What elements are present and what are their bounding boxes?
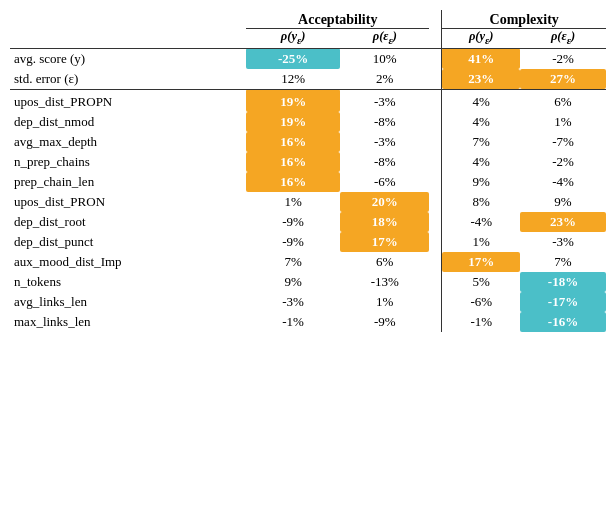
table-cell: -16% (520, 312, 606, 332)
table-row: prep_chain_len16%-6%9%-4% (10, 172, 606, 192)
row-label: avg_links_len (10, 292, 246, 312)
row-label: prep_chain_len (10, 172, 246, 192)
header-spacer (429, 10, 442, 29)
table-cell: 10% (340, 48, 429, 69)
row-label: dep_dist_punct (10, 232, 246, 252)
table-cell: -1% (442, 312, 520, 332)
table-cell: 23% (520, 212, 606, 232)
table-row: dep_dist_punct-9%17%1%-3% (10, 232, 606, 252)
table-cell: 9% (442, 172, 520, 192)
empty-subheader (10, 29, 246, 49)
table-cell: -2% (520, 152, 606, 172)
table-cell: -13% (340, 272, 429, 292)
spacer-cell (429, 172, 442, 192)
main-container: Acceptability Complexity ρ(yε) ρ(εε) ρ(y… (10, 10, 606, 332)
table-cell: 16% (246, 132, 340, 152)
spacer-cell (429, 232, 442, 252)
table-cell: 7% (246, 252, 340, 272)
row-label: upos_dist_PRON (10, 192, 246, 212)
row-label: avg_max_depth (10, 132, 246, 152)
spacer-cell (429, 69, 442, 90)
table-cell: -9% (246, 212, 340, 232)
row-label: n_prep_chains (10, 152, 246, 172)
table-cell: 1% (442, 232, 520, 252)
table-cell: 19% (246, 112, 340, 132)
table-cell: 5% (442, 272, 520, 292)
cmp-ee-subheader: ρ(εε) (520, 29, 606, 49)
table-row: dep_dist_nmod19%-8%4%1% (10, 112, 606, 132)
table-row: aux_mood_dist_Imp7%6%17%7% (10, 252, 606, 272)
table-cell: -1% (246, 312, 340, 332)
row-label: aux_mood_dist_Imp (10, 252, 246, 272)
table-cell: -2% (520, 48, 606, 69)
table-row: avg_links_len-3%1%-6%-17% (10, 292, 606, 312)
table-row: max_links_len-1%-9%-1%-16% (10, 312, 606, 332)
spacer-cell (429, 48, 442, 69)
table-cell: 1% (340, 292, 429, 312)
table-cell: -3% (340, 89, 429, 112)
table-cell: -9% (246, 232, 340, 252)
table-cell: -8% (340, 152, 429, 172)
empty-header (10, 10, 246, 29)
table-cell: -6% (442, 292, 520, 312)
table-cell: -6% (340, 172, 429, 192)
table-cell: 12% (246, 69, 340, 90)
spacer-cell (429, 212, 442, 232)
table-cell: 9% (246, 272, 340, 292)
table-row: dep_dist_root-9%18%-4%23% (10, 212, 606, 232)
table-cell: -7% (520, 132, 606, 152)
table-row: avg. score (y)-25%10%41%-2% (10, 48, 606, 69)
table-cell: 20% (340, 192, 429, 212)
table-cell: 16% (246, 152, 340, 172)
table-cell: -4% (442, 212, 520, 232)
spacer-cell (429, 192, 442, 212)
table-cell: -9% (340, 312, 429, 332)
row-label: n_tokens (10, 272, 246, 292)
table-row: std. error (ε)12%2%23%27% (10, 69, 606, 90)
spacer-cell (429, 312, 442, 332)
header-row-1: Acceptability Complexity (10, 10, 606, 29)
table-cell: 17% (340, 232, 429, 252)
table-cell: 41% (442, 48, 520, 69)
table-cell: 19% (246, 89, 340, 112)
acc-ee-subheader: ρ(εε) (340, 29, 429, 49)
table-cell: 9% (520, 192, 606, 212)
correlation-table: Acceptability Complexity ρ(yε) ρ(εε) ρ(y… (10, 10, 606, 332)
acceptability-header: Acceptability (246, 10, 429, 29)
table-row: upos_dist_PRON1%20%8%9% (10, 192, 606, 212)
row-label: max_links_len (10, 312, 246, 332)
table-cell: 17% (442, 252, 520, 272)
table-cell: -3% (246, 292, 340, 312)
table-cell: 7% (520, 252, 606, 272)
table-cell: 1% (520, 112, 606, 132)
table-cell: 18% (340, 212, 429, 232)
spacer-cell (429, 112, 442, 132)
table-cell: -4% (520, 172, 606, 192)
table-cell: -8% (340, 112, 429, 132)
table-cell: 4% (442, 89, 520, 112)
table-cell: 4% (442, 112, 520, 132)
spacer-cell (429, 132, 442, 152)
header-row-2: ρ(yε) ρ(εε) ρ(yε) ρ(εε) (10, 29, 606, 49)
table-cell: -17% (520, 292, 606, 312)
table-cell: 23% (442, 69, 520, 90)
table-row: avg_max_depth16%-3%7%-7% (10, 132, 606, 152)
row-label: dep_dist_nmod (10, 112, 246, 132)
table-cell: 27% (520, 69, 606, 90)
row-label: dep_dist_root (10, 212, 246, 232)
cmp-ye-subheader: ρ(yε) (442, 29, 520, 49)
table-row: n_prep_chains16%-8%4%-2% (10, 152, 606, 172)
table-cell: -3% (520, 232, 606, 252)
spacer-cell (429, 252, 442, 272)
table-cell: 6% (520, 89, 606, 112)
row-label: upos_dist_PROPN (10, 89, 246, 112)
spacer-cell (429, 272, 442, 292)
spacer-cell (429, 152, 442, 172)
complexity-header: Complexity (442, 10, 606, 29)
spacer-cell (429, 89, 442, 112)
acc-ye-subheader: ρ(yε) (246, 29, 340, 49)
table-cell: -3% (340, 132, 429, 152)
table-cell: 4% (442, 152, 520, 172)
table-cell: 16% (246, 172, 340, 192)
table-cell: 1% (246, 192, 340, 212)
